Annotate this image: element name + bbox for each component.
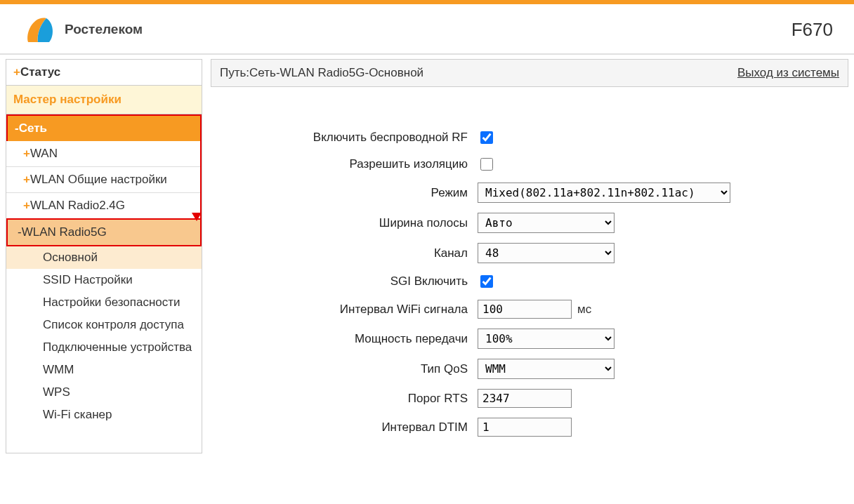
sidebar-item-label: Мастер настройки bbox=[13, 93, 121, 106]
sidebar: +Статус Мастер настройки -Сеть +WAN +WLA… bbox=[6, 59, 202, 453]
breadcrumb: Путь:Сеть-WLAN Radio5G-Основной bbox=[220, 66, 423, 80]
sidebar-item-label: Сеть bbox=[19, 121, 47, 135]
label-bandwidth: Ширина полосы bbox=[218, 216, 478, 230]
checkbox-sgi[interactable] bbox=[480, 275, 493, 288]
label-qos: Тип QoS bbox=[218, 362, 478, 376]
select-mode[interactable]: Mixed(802.11a+802.11n+802.11ac) bbox=[478, 183, 730, 203]
select-bandwidth[interactable]: Авто bbox=[478, 213, 615, 233]
breadcrumb-bar: Путь:Сеть-WLAN Radio5G-Основной Выход из… bbox=[211, 59, 848, 87]
sidebar-item-wlan5g[interactable]: -WLAN Radio5G bbox=[6, 218, 202, 246]
brand-name: Ростелеком bbox=[65, 22, 143, 37]
sidebar-leaf-ssid[interactable]: SSID Настройки bbox=[6, 269, 202, 291]
sidebar-leaf-wps[interactable]: WPS bbox=[6, 381, 202, 404]
sidebar-leaf-wmm[interactable]: WMM bbox=[6, 359, 202, 381]
brand-logo: Ростелеком bbox=[21, 11, 143, 48]
sidebar-leaf-acl[interactable]: Список контроля доступа bbox=[6, 314, 202, 336]
rostelecom-icon bbox=[21, 11, 58, 48]
sidebar-leaf-basic[interactable]: Основной bbox=[6, 246, 202, 269]
sidebar-item-label: SSID Настройки bbox=[43, 273, 133, 286]
label-isolation: Разрешить изоляцию bbox=[218, 157, 478, 171]
input-rts[interactable] bbox=[478, 389, 572, 408]
arrow-down-icon bbox=[192, 213, 202, 221]
sidebar-item-label: Подключенные устройства bbox=[43, 340, 192, 354]
settings-form: Включить беспроводной RF Разрешить изоля… bbox=[211, 87, 848, 453]
input-dtim[interactable] bbox=[478, 418, 572, 437]
sidebar-item-label: Wi-Fi сканер bbox=[43, 408, 112, 421]
sidebar-item-label: Настройки безопасности bbox=[43, 296, 180, 309]
label-rts: Порог RTS bbox=[218, 392, 478, 406]
checkbox-rf[interactable] bbox=[480, 131, 493, 144]
sidebar-item-wan[interactable]: +WAN bbox=[6, 141, 200, 167]
sidebar-leaf-scanner[interactable]: Wi-Fi сканер bbox=[6, 404, 202, 426]
sidebar-item-label: Основной bbox=[43, 251, 98, 264]
sidebar-leaf-security[interactable]: Настройки безопасности bbox=[6, 291, 202, 314]
sidebar-item-wizard[interactable]: Мастер настройки bbox=[6, 86, 202, 114]
label-channel: Канал bbox=[218, 246, 478, 260]
sidebar-item-wlan-common[interactable]: +WLAN Общие настройки bbox=[6, 167, 200, 193]
label-beacon: Интервал WiFi сигнала bbox=[218, 303, 478, 317]
sidebar-item-label: WMM bbox=[43, 363, 74, 376]
sidebar-item-label: WLAN Radio5G bbox=[22, 225, 107, 239]
sidebar-item-network[interactable]: -Сеть bbox=[6, 114, 202, 141]
sidebar-item-wlan24[interactable]: +WLAN Radio2.4G bbox=[6, 193, 200, 218]
label-sgi: SGI Включить bbox=[218, 274, 478, 289]
select-qos[interactable]: WMM bbox=[478, 359, 615, 379]
label-rf: Включить беспроводной RF bbox=[218, 131, 478, 145]
content-area: Путь:Сеть-WLAN Radio5G-Основной Выход из… bbox=[211, 59, 848, 453]
label-mode: Режим bbox=[218, 186, 478, 200]
sidebar-item-label: Статус bbox=[20, 65, 60, 79]
sidebar-item-label: Список контроля доступа bbox=[43, 318, 184, 331]
model-label: F670 bbox=[791, 19, 840, 41]
sidebar-item-label: WPS bbox=[43, 385, 70, 399]
select-channel[interactable]: 48 bbox=[478, 243, 615, 263]
sidebar-item-label: WLAN Общие настройки bbox=[30, 173, 167, 186]
select-txpower[interactable]: 100% bbox=[478, 329, 615, 349]
sidebar-item-label: WLAN Radio2.4G bbox=[30, 199, 125, 212]
label-dtim: Интервал DTIM bbox=[218, 420, 478, 435]
checkbox-isolation[interactable] bbox=[480, 158, 493, 171]
sidebar-item-status[interactable]: +Статус bbox=[6, 60, 202, 86]
sidebar-leaf-devices[interactable]: Подключенные устройства bbox=[6, 336, 202, 359]
unit-beacon: мс bbox=[577, 303, 591, 317]
label-txpower: Мощность передачи bbox=[218, 332, 478, 346]
logout-link[interactable]: Выход из системы bbox=[737, 66, 839, 80]
input-beacon[interactable] bbox=[478, 300, 572, 319]
header: Ростелеком F670 bbox=[0, 4, 854, 55]
sidebar-item-label: WAN bbox=[30, 147, 58, 160]
